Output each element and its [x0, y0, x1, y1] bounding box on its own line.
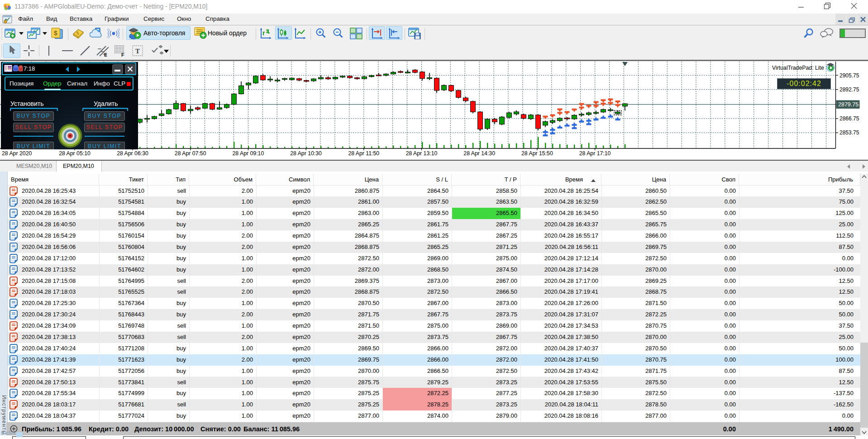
svg-text:28 Apr 10:30: 28 Apr 10:30 — [290, 150, 322, 157]
svg-text:28 Apr 07:50: 28 Apr 07:50 — [175, 150, 206, 157]
svg-text:2879.75: 2879.75 — [838, 101, 858, 108]
svg-text:28 Apr 2020: 28 Apr 2020 — [2, 150, 32, 157]
svg-text:2905.75: 2905.75 — [839, 72, 859, 79]
svg-text:F: F — [121, 52, 124, 57]
svg-text:28 Apr 15:50: 28 Apr 15:50 — [521, 150, 553, 157]
svg-text:28 Apr 05:10: 28 Apr 05:10 — [59, 150, 91, 157]
svg-text:$: $ — [54, 29, 57, 37]
svg-text:VirtualTradePad: Lite: VirtualTradePad: Lite — [772, 65, 824, 71]
svg-text:28 Apr 09:10: 28 Apr 09:10 — [233, 150, 264, 157]
svg-text:28 Apr 17:10: 28 Apr 17:10 — [579, 150, 611, 157]
svg-text:2892.75: 2892.75 — [839, 86, 859, 93]
svg-text:28 Apr 14:30: 28 Apr 14:30 — [463, 150, 495, 157]
svg-text:T: T — [135, 48, 140, 55]
svg-text:28 Apr 06:30: 28 Apr 06:30 — [117, 150, 148, 157]
svg-text:5: 5 — [6, 5, 8, 8]
svg-text:E: E — [104, 52, 107, 57]
svg-text:28 Apr 11:50: 28 Apr 11:50 — [348, 150, 379, 157]
svg-text:1: 1 — [266, 29, 268, 34]
svg-text:28 Apr 13:10: 28 Apr 13:10 — [406, 150, 438, 157]
svg-text:2866.75: 2866.75 — [839, 115, 859, 122]
svg-text:2853.75: 2853.75 — [839, 129, 859, 136]
